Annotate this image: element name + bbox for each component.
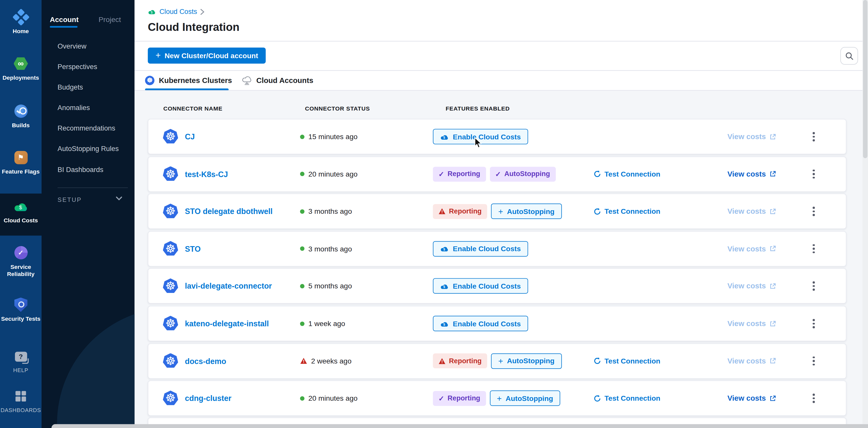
test-connection-link[interactable]: Test Connection — [593, 394, 660, 402]
sidenav-item-bi-dashboards[interactable]: BI Dashboards — [58, 166, 103, 174]
status-ok-dot — [300, 134, 304, 139]
add-autostopping-button[interactable]: +AutoStopping — [491, 204, 562, 219]
add-autostopping-button[interactable]: +AutoStopping — [491, 353, 562, 368]
external-link-icon — [769, 208, 776, 215]
view-costs-link[interactable]: View costs — [727, 170, 776, 178]
connector-name-link[interactable]: STO delegate dbothwell — [185, 207, 273, 216]
help-icon: ? — [15, 352, 27, 361]
connector-status: 20 minutes ago — [300, 170, 358, 178]
features-enabled-cell: $Enable Cloud Costs — [433, 241, 528, 257]
sidenav-item-budgets[interactable]: Budgets — [58, 84, 83, 91]
view-costs-link[interactable]: View costs — [727, 282, 776, 290]
connector-name-link[interactable]: docs-demo — [185, 356, 226, 365]
reporting-error-chip: Reporting — [433, 204, 487, 219]
chevron-down-icon[interactable] — [116, 196, 122, 201]
table-row[interactable]: ☸kateno-delegate-install1 week ago$Enabl… — [148, 306, 846, 341]
sidebar-item-help[interactable]: ? HELP — [0, 348, 41, 374]
horizontal-scrollbar[interactable] — [52, 424, 868, 428]
connector-name-link[interactable]: cdng-cluster — [185, 394, 231, 403]
vertical-scrollbar-thumb[interactable] — [863, 0, 867, 158]
connector-name-link[interactable]: CJ — [185, 132, 195, 141]
sidebar-item-feature-flags[interactable]: ⚑ Feature Flags — [0, 149, 41, 175]
status-ok-dot — [300, 284, 304, 288]
table-row[interactable]: ☸CJ15 minutes ago$Enable Cloud CostsView… — [148, 119, 846, 154]
security-tests-icon — [14, 297, 27, 312]
svg-text:$: $ — [19, 204, 22, 210]
column-header-features-enabled: FEATURES ENABLED — [446, 105, 510, 111]
warning-icon — [438, 208, 445, 215]
row-menu-button[interactable] — [810, 392, 817, 405]
sidebar-item-service-reliability[interactable]: ✓ Service Reliability — [0, 244, 41, 277]
connector-name-link[interactable]: kateno-delegate-install — [185, 319, 269, 328]
tab-kubernetes-clusters[interactable]: ☸ Kubernetes Clusters — [145, 70, 232, 90]
table-row[interactable]: ☸docs-demo2 weeks agoReporting+AutoStopp… — [148, 343, 846, 379]
sidebar-item-deployments[interactable]: ∞ Deployments — [0, 56, 41, 81]
row-menu-button[interactable] — [810, 317, 817, 330]
account-tab-underline — [50, 26, 78, 27]
sidenav-item-recommendations[interactable]: Recommendations — [58, 125, 115, 132]
enable-cloud-costs-button[interactable]: $Enable Cloud Costs — [433, 241, 528, 257]
sidebar-item-cloud-costs[interactable]: $ Cloud Costs — [0, 198, 41, 224]
check-icon: ✓ — [495, 170, 501, 178]
search-button[interactable] — [840, 47, 858, 65]
feature-flags-icon: ⚑ — [14, 151, 27, 164]
sidenav-item-autostopping-rules[interactable]: AutoStopping Rules — [58, 145, 119, 153]
sidebar-item-security-tests[interactable]: Security Tests — [0, 296, 41, 322]
test-connection-link[interactable]: Test Connection — [593, 207, 660, 216]
enable-cloud-costs-button[interactable]: $Enable Cloud Costs — [433, 316, 528, 331]
new-cluster-cloud-account-button[interactable]: + New Cluster/Cloud account — [148, 47, 266, 64]
tab-cloud-accounts[interactable]: Cloud Accounts — [242, 70, 313, 90]
row-menu-button[interactable] — [810, 354, 817, 368]
tab-account[interactable]: Account — [50, 15, 79, 24]
vertical-scrollbar[interactable] — [862, 0, 868, 424]
view-costs-link[interactable]: View costs — [727, 133, 776, 141]
cloud-costs-breadcrumb-icon: $ — [148, 8, 156, 15]
table-row[interactable]: ☸test-K8s-CJ20 minutes ago✓Reporting✓Aut… — [148, 156, 846, 192]
status-ok-dot — [300, 246, 304, 251]
setup-section-toggle[interactable]: SETUP — [58, 196, 82, 203]
column-header-connector-status: CONNECTOR STATUS — [305, 105, 370, 111]
cloud-costs-icon: $ — [440, 283, 449, 290]
view-costs-link[interactable]: View costs — [727, 320, 776, 328]
row-menu-button[interactable] — [810, 279, 817, 293]
warning-icon — [438, 358, 445, 364]
mouse-cursor — [474, 137, 483, 149]
kubernetes-connector-icon: ☸ — [163, 353, 178, 368]
tab-project[interactable]: Project — [98, 15, 121, 24]
enable-cloud-costs-button[interactable]: $Enable Cloud Costs — [433, 278, 528, 294]
table-row[interactable]: ☸lavi-delegate-connector5 months ago$Ena… — [148, 268, 846, 304]
row-menu-button[interactable] — [810, 205, 817, 218]
connector-status: 3 months ago — [300, 207, 352, 216]
check-icon: ✓ — [438, 394, 444, 402]
connector-name-link[interactable]: lavi-delegate-connector — [185, 282, 272, 291]
add-autostopping-button[interactable]: +AutoStopping — [490, 391, 560, 406]
breadcrumb: $ Cloud Costs — [148, 8, 204, 16]
sidenav-item-anomalies[interactable]: Anomalies — [58, 104, 90, 112]
test-connection-link[interactable]: Test Connection — [593, 357, 660, 365]
sidebar-item-dashboards[interactable]: DASHBOARDS — [0, 388, 41, 414]
row-menu-button[interactable] — [810, 130, 817, 143]
view-costs-link[interactable]: View costs — [727, 244, 776, 253]
sidenav-item-overview[interactable]: Overview — [58, 42, 86, 50]
row-menu-button[interactable] — [810, 242, 817, 256]
sidebar-item-home[interactable]: Home — [0, 9, 41, 35]
table-row[interactable]: ☸STO3 months ago$Enable Cloud CostsView … — [148, 231, 846, 266]
divider — [58, 188, 128, 188]
view-costs-link[interactable]: View costs — [727, 357, 776, 365]
test-connection-link[interactable]: Test Connection — [593, 170, 660, 178]
view-costs-link[interactable]: View costs — [727, 394, 776, 402]
cloud-costs-icon: $ — [440, 133, 449, 140]
connector-name-link[interactable]: test-K8s-CJ — [185, 169, 228, 178]
breadcrumb-cloud-costs-link[interactable]: Cloud Costs — [159, 8, 197, 16]
connector-name-link[interactable]: STO — [185, 244, 200, 253]
plus-icon: + — [498, 356, 503, 365]
sidenav-item-perspectives[interactable]: Perspectives — [58, 63, 97, 71]
table-row[interactable]: ☸cdng-cluster20 minutes ago✓Reporting+Au… — [148, 381, 846, 416]
sidenav-panel: Account Project Overview Perspectives Bu… — [41, 0, 134, 428]
row-menu-button[interactable] — [810, 167, 817, 181]
sidebar-item-builds[interactable]: Builds — [0, 103, 41, 129]
reporting-error-chip: Reporting — [433, 353, 487, 368]
table-row[interactable]: ☸STO delegate dbothwell3 months agoRepor… — [148, 194, 846, 229]
refresh-icon — [593, 394, 601, 402]
view-costs-link[interactable]: View costs — [727, 207, 776, 216]
